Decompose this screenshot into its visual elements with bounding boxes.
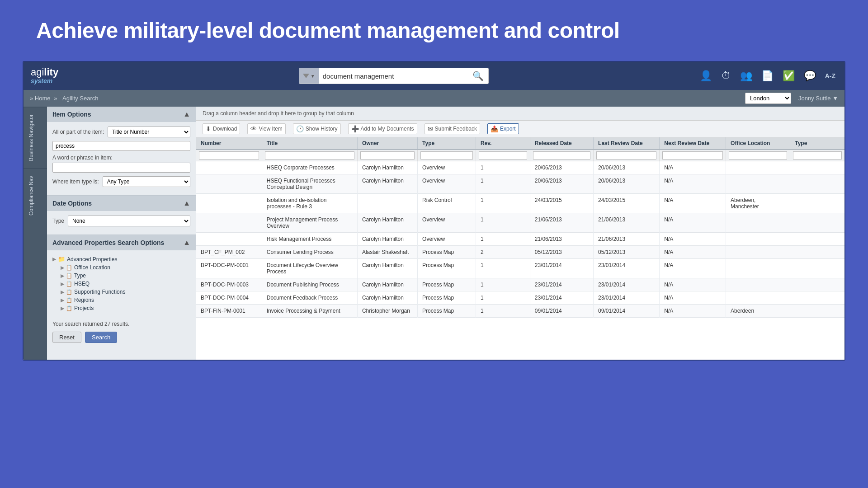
btn-row: Reset Search <box>47 329 196 347</box>
search-text-input[interactable] <box>52 141 190 151</box>
table-row[interactable]: BPT-DOC-PM-0001Document Lifecycle Overvi… <box>196 259 844 278</box>
table-row[interactable]: BPT_CF_PM_002Consumer Lending ProcessAla… <box>196 246 844 259</box>
profile-icon[interactable]: 👤 <box>698 68 714 84</box>
result-count: Your search returned 27 results. <box>47 317 196 329</box>
data-table: Number Title Owner Type Rev. Released Da… <box>196 137 844 318</box>
search-filter-button[interactable]: ▼ <box>299 68 319 84</box>
funnel-icon <box>303 74 309 78</box>
tree-item-office-location[interactable]: ▶ 📋 Office Location <box>61 263 190 272</box>
toolbar: ⬇ Download 👁 View Item 🕐 Show History ➕ … <box>196 121 844 137</box>
filter-next-review[interactable] <box>662 151 723 160</box>
location-select[interactable]: London New York Aberdeen Manchester <box>745 93 791 104</box>
breadcrumb-separator: » <box>54 95 57 102</box>
search-text-row <box>52 141 190 151</box>
search-bar-area: ▼ 🔍 <box>97 68 691 84</box>
filter-type[interactable] <box>420 151 473 160</box>
table-row[interactable]: BPT-DOC-PM-0003Document Publishing Proce… <box>196 278 844 291</box>
item-type-label: All or part of the item: <box>52 129 104 135</box>
tree-item-supporting[interactable]: ▶ 📋 Supporting Functions <box>61 288 190 296</box>
filter-released[interactable] <box>533 151 590 160</box>
table-row[interactable]: BPT-FIN-PM-0001Invoice Processing & Paym… <box>196 305 844 318</box>
filter-owner[interactable] <box>360 151 415 160</box>
users-icon[interactable]: 👥 <box>738 68 754 84</box>
filter-type2[interactable] <box>793 151 842 160</box>
download-button[interactable]: ⬇ Download <box>203 123 240 134</box>
breadcrumb-home[interactable]: » Home <box>30 95 51 102</box>
tree-expand-icon-office: ▶ <box>61 265 64 271</box>
checklist-icon[interactable]: ✅ <box>781 68 797 84</box>
user-name: Jonny Suttle ▼ <box>798 95 838 102</box>
add-my-docs-button[interactable]: ➕ Add to My Documents <box>348 123 417 134</box>
tree-label-office: Office Location <box>74 264 110 271</box>
item-options-body: All or part of the item: Title or Number… <box>47 122 196 195</box>
logo: agility system <box>31 67 90 85</box>
col-rev[interactable]: Rev. <box>476 137 530 150</box>
view-item-button[interactable]: 👁 View Item <box>247 123 285 134</box>
phrase-input[interactable] <box>52 163 190 173</box>
col-number[interactable]: Number <box>196 137 262 150</box>
date-options-header[interactable]: Date Options ▲ <box>47 196 196 211</box>
col-type[interactable]: Type <box>418 137 476 150</box>
col-office[interactable]: Office Location <box>726 137 790 150</box>
tree-expand-icon: ▶ <box>52 256 56 262</box>
submit-feedback-button[interactable]: ✉ Submit Feedback <box>425 123 480 134</box>
feedback-icon: ✉ <box>428 125 433 132</box>
hero-title: Achieve military-level document manageme… <box>36 18 832 43</box>
show-history-button[interactable]: 🕐 Show History <box>293 123 341 134</box>
advanced-options-header[interactable]: Advanced Properties Search Options ▲ <box>47 235 196 250</box>
date-options-section: Date Options ▲ Type None Released Date N… <box>47 196 196 235</box>
document-icon[interactable]: 📄 <box>760 68 775 84</box>
reset-button[interactable]: Reset <box>52 332 81 343</box>
side-tab-compliance-nav[interactable]: Compliance Nav <box>24 168 47 223</box>
table-row[interactable]: BPT-DOC-PM-0004Document Feedback Process… <box>196 291 844 305</box>
breadcrumb-bar: » Home » Agility Search London New York … <box>24 90 844 107</box>
tree-item-hseq[interactable]: ▶ 📋 HSEQ <box>61 280 190 288</box>
add-icon: ➕ <box>351 125 359 132</box>
col-owner[interactable]: Owner <box>357 137 417 150</box>
az-icon[interactable]: A-Z <box>823 70 837 81</box>
table-row[interactable]: HSEQ Corporate ProcessesCarolyn Hamilton… <box>196 161 844 174</box>
search-button[interactable]: Search <box>85 332 117 343</box>
filter-number[interactable] <box>199 151 259 160</box>
col-title[interactable]: Title <box>262 137 357 150</box>
tree-item-projects[interactable]: ▶ 📋 Projects <box>61 304 190 312</box>
feedback-label: Submit Feedback <box>435 126 477 132</box>
date-options-body: Type None Released Date Next Review Date… <box>47 211 196 235</box>
item-options-header[interactable]: Item Options ▲ <box>47 107 196 122</box>
table-row[interactable]: HSEQ Functional Processes Conceptual Des… <box>196 174 844 194</box>
table-row[interactable]: Project Management Process OverviewCarol… <box>196 213 844 233</box>
col-released[interactable]: Released Date <box>530 137 593 150</box>
filter-row <box>196 150 844 161</box>
breadcrumb: » Home » Agility Search <box>30 95 100 102</box>
tree-expand-icon-projects: ▶ <box>61 305 64 311</box>
where-item-type-select[interactable]: Any Type Document Process Map Form Overv… <box>103 176 190 187</box>
filter-title[interactable] <box>265 151 354 160</box>
tree-page-icon-hseq: 📋 <box>66 281 72 287</box>
tree-root-label: Advanced Properties <box>67 256 117 263</box>
filter-rev[interactable] <box>479 151 527 160</box>
filter-last-review[interactable] <box>596 151 656 160</box>
side-tab-business-navigator[interactable]: Business Navigator <box>24 107 47 168</box>
table-row[interactable]: Risk Management ProcessCarolyn HamiltonO… <box>196 233 844 246</box>
history-icon: 🕐 <box>296 125 304 132</box>
where-item-type-row: Where item type is: Any Type Document Pr… <box>52 176 190 187</box>
col-last-review[interactable]: Last Review Date <box>594 137 660 150</box>
col-next-review[interactable]: Next Review Date <box>660 137 726 150</box>
tree-label-type: Type <box>74 272 86 279</box>
table-row[interactable]: Isolation and de-isolation processes - R… <box>196 194 844 213</box>
tree-item-regions[interactable]: ▶ 📋 Regions <box>61 296 190 304</box>
export-icon: 📤 <box>491 125 498 132</box>
where-item-type-label: Where item type is: <box>52 178 99 185</box>
date-type-select[interactable]: None Released Date Next Review Date Last… <box>68 216 190 226</box>
export-button[interactable]: 📤 Export <box>487 123 519 134</box>
item-type-select[interactable]: Title or Number Title Number Any Field <box>108 127 190 137</box>
col-type2[interactable]: Type <box>790 137 844 150</box>
clock-icon[interactable]: ⏱ <box>719 68 733 84</box>
tree-root[interactable]: ▶ 📁 Advanced Properties <box>52 255 190 263</box>
search-go-button[interactable]: 🔍 <box>468 70 488 81</box>
filter-office[interactable] <box>729 151 787 160</box>
tree-item-type[interactable]: ▶ 📋 Type <box>61 272 190 280</box>
search-input[interactable] <box>319 72 468 80</box>
download-icon: ⬇ <box>206 125 211 132</box>
message-icon[interactable]: 💬 <box>802 68 818 84</box>
